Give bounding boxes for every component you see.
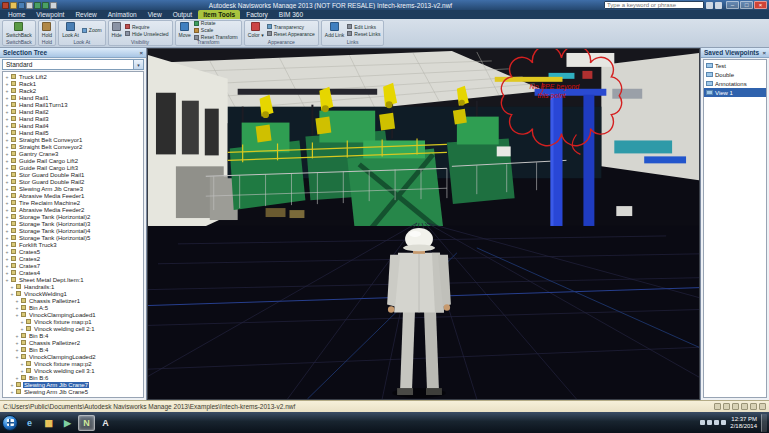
overhead-conveyor[interactable] xyxy=(238,89,377,95)
tree-item-vinock-fixture-map-p1[interactable]: +Vinock fixture map:p1 xyxy=(3,318,143,325)
tree-item-storage-tank-horizontal-4[interactable]: +Storage Tank (Horizontal)4 xyxy=(3,227,143,234)
tree-expand-icon[interactable]: + xyxy=(4,172,10,178)
tree-expand-icon[interactable]: + xyxy=(4,221,10,227)
3d-scene[interactable]: No PPE beyond this point xyxy=(148,49,699,399)
tree-expand-icon[interactable]: + xyxy=(4,102,10,108)
ribbon-tab-viewpoint[interactable]: Viewpoint xyxy=(31,10,69,19)
require-button[interactable]: Require xyxy=(125,24,169,30)
tree-expand-icon[interactable]: + xyxy=(14,333,20,339)
tree-expand-icon[interactable]: + xyxy=(14,305,20,311)
tree-item-storage-tank-horizontal-5[interactable]: +Storage Tank (Horizontal)5 xyxy=(3,234,143,241)
tree-item-vinockclampingloaded1[interactable]: +VinockClampingLoaded1 xyxy=(3,311,143,318)
tree-item-abrasive-media-feeder1[interactable]: +Abrasive Media Feeder1 xyxy=(3,192,143,199)
tree-expand-icon[interactable]: + xyxy=(4,270,10,276)
tree-item-hand-rail4[interactable]: +Hand Rail4 xyxy=(3,122,143,129)
tree-item-guide-rail-cargo-lift2[interactable]: +Guide Rail Cargo Lift2 xyxy=(3,157,143,164)
infocenter-search-input[interactable] xyxy=(604,1,704,9)
ribbon-tab-home[interactable]: Home xyxy=(3,10,30,19)
sheet-first-icon[interactable] xyxy=(714,403,721,410)
tree-expand-icon[interactable]: + xyxy=(19,326,25,332)
look-at-button[interactable]: Look At xyxy=(62,22,79,38)
tree-expand-icon[interactable]: + xyxy=(4,277,10,283)
tree-item-rack1[interactable]: +Rack1 xyxy=(3,80,143,87)
reset-appearance-button[interactable]: Reset Appearance xyxy=(267,31,315,37)
tree-item-guide-rail-cargo-lift3[interactable]: +Guide Rail Cargo Lift3 xyxy=(3,164,143,171)
performance-pencil-icon[interactable] xyxy=(750,403,757,410)
tree-expand-icon[interactable]: + xyxy=(4,256,10,262)
blue-equipment[interactable] xyxy=(644,156,686,163)
tree-expand-icon[interactable]: + xyxy=(4,228,10,234)
tree-item-sheet-metal-dept-item-1[interactable]: +Sheet Metal Dept.Item:1 xyxy=(3,276,143,283)
tree-expand-icon[interactable]: + xyxy=(4,130,10,136)
tree-expand-icon[interactable]: + xyxy=(4,74,10,80)
tree-expand-icon[interactable]: + xyxy=(4,151,10,157)
communication-center-icon[interactable] xyxy=(715,2,722,9)
redo-icon[interactable] xyxy=(42,2,49,9)
tree-item-bin-b-6[interactable]: +Bin B:6 xyxy=(3,374,143,381)
tree-expand-icon[interactable]: + xyxy=(4,88,10,94)
minimize-button[interactable]: – xyxy=(726,1,739,9)
media-player-icon[interactable]: ▶ xyxy=(59,415,76,431)
ribbon-tab-output[interactable]: Output xyxy=(168,10,198,19)
tree-item-chassis-palletizer2[interactable]: +Chassis Palletizer2 xyxy=(3,339,143,346)
tree-item-stor-guard-double-rail2[interactable]: +Stor Guard Double Rail2 xyxy=(3,178,143,185)
memory-gauge-icon[interactable] xyxy=(759,403,766,410)
open-icon[interactable] xyxy=(10,2,17,9)
tree-expand-icon[interactable]: + xyxy=(4,81,10,87)
tree-expand-icon[interactable]: + xyxy=(4,158,10,164)
tree-item-stor-guard-double-rail1[interactable]: +Stor Guard Double Rail1 xyxy=(3,171,143,178)
tree-item-truck-lift2[interactable]: +Truck Lift2 xyxy=(3,73,143,80)
tree-item-crates5[interactable]: +Crates5 xyxy=(3,248,143,255)
tree-item-vinock-welding-cell-2-1[interactable]: +Vinock welding cell 2:1 xyxy=(3,325,143,332)
move-button[interactable]: Move xyxy=(179,22,191,38)
tree-expand-icon[interactable]: + xyxy=(4,214,10,220)
maximize-button[interactable]: □ xyxy=(740,1,753,9)
tree-item-vinockwelding1[interactable]: +VinockWelding1 xyxy=(3,290,143,297)
application-menu-icon[interactable] xyxy=(2,2,9,9)
tree-expand-icon[interactable]: + xyxy=(4,116,10,122)
print-icon[interactable] xyxy=(26,2,33,9)
hide-button[interactable]: Hide xyxy=(112,22,122,38)
tree-item-gantry-crane3[interactable]: +Gantry Crane3 xyxy=(3,150,143,157)
tree-item-straight-belt-conveyor1[interactable]: +Straight Belt Conveyor1 xyxy=(3,136,143,143)
tree-expand-icon[interactable]: + xyxy=(14,312,20,318)
show-desktop-button[interactable] xyxy=(761,414,767,432)
tree-expand-icon[interactable]: + xyxy=(4,242,10,248)
crate[interactable] xyxy=(289,210,304,218)
tree-expand-icon[interactable]: + xyxy=(4,179,10,185)
tree-expand-icon[interactable]: + xyxy=(4,109,10,115)
sheet-prev-icon[interactable] xyxy=(723,403,730,410)
tree-expand-icon[interactable]: + xyxy=(9,382,15,388)
start-button[interactable] xyxy=(2,415,18,431)
sheet-last-icon[interactable] xyxy=(741,403,748,410)
taskbar-clock[interactable]: 12:37 PM 2/18/2014 xyxy=(728,416,759,430)
crate[interactable] xyxy=(266,208,286,217)
close-icon[interactable]: × xyxy=(762,49,766,57)
tree-expand-icon[interactable]: + xyxy=(4,165,10,171)
hold-button[interactable]: Hold xyxy=(42,22,52,38)
switchback-button[interactable]: SwitchBack xyxy=(6,22,32,38)
volume-icon[interactable] xyxy=(721,420,726,425)
hidden-icons-arrow[interactable] xyxy=(700,420,705,425)
viewpoint-item-view-1[interactable]: View 1 xyxy=(704,88,766,97)
tree-item-vinockclampingloaded2[interactable]: +VinockClampingLoaded2 xyxy=(3,353,143,360)
ribbon-tab-review[interactable]: Review xyxy=(70,10,101,19)
tree-item-hand-rail1[interactable]: +Hand Rail1 xyxy=(3,94,143,101)
viewpoint-item-test[interactable]: Test xyxy=(704,61,766,70)
tree-item-rack2[interactable]: +Rack2 xyxy=(3,87,143,94)
tree-item-hand-rail5[interactable]: +Hand Rail5 xyxy=(3,129,143,136)
tree-item-crates7[interactable]: +Crates7 xyxy=(3,262,143,269)
ribbon-tab-view[interactable]: View xyxy=(143,10,167,19)
chevron-down-icon[interactable]: ▾ xyxy=(133,60,143,69)
color-button[interactable]: Color ▾ xyxy=(248,22,264,38)
close-button[interactable]: × xyxy=(754,1,767,9)
tree-item-storage-tank-horizontal-2[interactable]: +Storage Tank (Horizontal)2 xyxy=(3,213,143,220)
tree-expand-icon[interactable]: + xyxy=(4,137,10,143)
tree-item-tire-reclaim-machine2[interactable]: +Tire Reclaim Machine2 xyxy=(3,199,143,206)
action-center-icon[interactable] xyxy=(707,420,712,425)
tree-item-hand-rail1turn13[interactable]: +Hand Rail1Turn13 xyxy=(3,101,143,108)
tree-item-slewing-arm-jib-crane7[interactable]: +Slewing Arm Jib Crane7 xyxy=(3,381,143,388)
select-icon[interactable] xyxy=(50,2,57,9)
internet-explorer-icon[interactable]: e xyxy=(21,415,38,431)
tree-expand-icon[interactable]: + xyxy=(4,235,10,241)
